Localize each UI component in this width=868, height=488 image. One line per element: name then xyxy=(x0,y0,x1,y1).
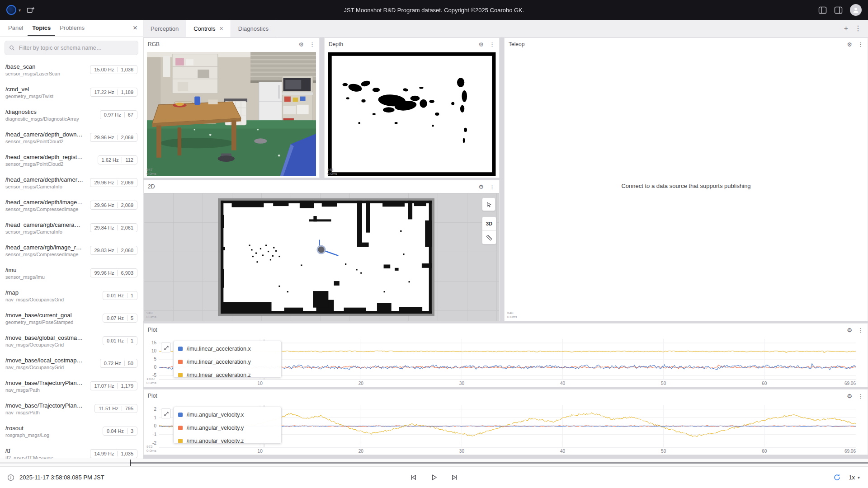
topic-row[interactable]: /rosout rosgraph_msgs/Log 0.04 Hz 3 xyxy=(0,420,143,442)
add-panel-button[interactable] xyxy=(26,6,35,14)
app-logo-menu-button[interactable]: ▾ xyxy=(6,5,21,15)
tabbar-menu-button[interactable]: ⋮ xyxy=(854,25,862,32)
topic-row[interactable]: /head_camera/depth_registered... sensor_… xyxy=(0,149,143,171)
map-select-tool-button[interactable] xyxy=(482,197,495,211)
topic-message-count: 2,069 xyxy=(121,180,133,185)
topic-message-count: 2,069 xyxy=(121,202,133,208)
panel-menu-button[interactable]: ⋮ xyxy=(858,393,863,399)
topic-filter-input[interactable] xyxy=(18,44,134,52)
series-color-swatch xyxy=(178,360,183,364)
panel-settings-button[interactable]: ⚙ xyxy=(847,42,852,47)
play-button[interactable] xyxy=(429,473,439,482)
topic-schema: sensor_msgs/CameraInfo xyxy=(5,184,83,189)
topic-row[interactable]: /move_base/global_costmap/cost... nav_ms… xyxy=(0,329,143,352)
topic-hz: 0.04 Hz xyxy=(107,428,124,434)
topic-schema: nav_msgs/OccupancyGrid xyxy=(5,342,83,347)
tab-diagnostics[interactable]: Diagnostics xyxy=(231,20,276,37)
topic-row[interactable]: /cmd_vel geometry_msgs/Twist 17.22 Hz 1,… xyxy=(0,81,143,103)
topic-name: /move_base/global_costmap/cost... xyxy=(5,334,83,341)
panel-menu-button[interactable]: ⋮ xyxy=(489,42,495,47)
seek-backward-button[interactable] xyxy=(409,473,419,482)
topic-row[interactable]: /move_base/current_goal geometry_msgs/Po… xyxy=(0,307,143,329)
panel-settings-button[interactable]: ⚙ xyxy=(847,327,852,333)
map-measure-tool-button[interactable] xyxy=(482,230,496,244)
legend-item[interactable]: /imu.angular_velocity.z xyxy=(174,434,281,444)
svg-text:50: 50 xyxy=(661,381,666,386)
series-label: /imu.angular_velocity.z xyxy=(187,438,244,444)
tab-perception[interactable]: Perception xyxy=(143,20,186,37)
legend-item[interactable]: /imu.angular_velocity.y xyxy=(174,421,281,434)
add-tab-button[interactable]: + xyxy=(844,25,848,32)
legend-item[interactable]: /imu.linear_acceleration.x xyxy=(174,342,281,355)
series-color-swatch xyxy=(178,439,183,443)
topic-hz: 0.01 Hz xyxy=(107,293,124,298)
sidebar-tab-panel[interactable]: Panel xyxy=(4,20,28,36)
panel-settings-button[interactable]: ⚙ xyxy=(298,42,304,47)
occupancy-grid-map[interactable] xyxy=(218,198,434,316)
sidebar-close-button[interactable]: × xyxy=(131,20,139,36)
topic-row[interactable]: /diagnostics diagnostic_msgs/DiagnosticA… xyxy=(0,103,143,126)
info-icon[interactable] xyxy=(7,474,14,481)
sidebar-tab-topics[interactable]: Topics xyxy=(28,20,55,36)
topic-row[interactable]: /head_camera/depth/image_r... sensor_msg… xyxy=(0,194,143,216)
panel-workspace: RGB ⚙ ⋮ xyxy=(143,38,868,459)
collapse-arrows-icon xyxy=(163,345,169,350)
topic-row[interactable]: /map nav_msgs/OccupancyGrid 0.01 Hz 1 xyxy=(0,284,143,307)
legend-collapse-button[interactable] xyxy=(161,408,171,418)
legend-collapse-button[interactable] xyxy=(161,343,171,352)
panel-settings-button[interactable]: ⚙ xyxy=(478,42,484,47)
topic-stats-badge: 17.22 Hz 1,189 xyxy=(90,88,137,97)
playback-speed-button[interactable]: 1x ▾ xyxy=(848,473,861,482)
avatar xyxy=(850,4,862,16)
layout-tabbar: Perception Controls × Diagnostics + ⋮ xyxy=(143,20,868,38)
panel-settings-button[interactable]: ⚙ xyxy=(847,393,852,399)
seek-forward-button[interactable] xyxy=(450,473,459,482)
account-button[interactable] xyxy=(850,4,862,16)
tab-controls[interactable]: Controls × xyxy=(186,20,231,37)
scrubber-playhead[interactable] xyxy=(130,460,131,466)
topic-row[interactable]: /move_base/local_costmap/cost... nav_msg… xyxy=(0,352,143,375)
panel-menu-button[interactable]: ⋮ xyxy=(309,42,315,47)
toggle-right-sidebar-button[interactable] xyxy=(834,6,843,14)
svg-text:10: 10 xyxy=(258,381,263,386)
topic-row[interactable]: /base_scan sensor_msgs/LaserScan 15.00 H… xyxy=(0,58,143,81)
svg-text:5: 5 xyxy=(154,357,156,362)
legend-item[interactable]: /imu.linear_acceleration.y xyxy=(174,355,281,368)
topic-hz: 29.96 Hz xyxy=(94,180,114,185)
panel-settings-button[interactable]: ⚙ xyxy=(478,184,484,190)
svg-text:10: 10 xyxy=(151,349,157,354)
panel-menu-button[interactable]: ⋮ xyxy=(858,327,863,333)
topic-row[interactable]: /head_camera/rgb/camera_info sensor_msgs… xyxy=(0,216,143,239)
panel-menu-button[interactable]: ⋮ xyxy=(489,184,495,190)
topic-row[interactable]: /move_base/TrajectoryPlann... nav_msgs/P… xyxy=(0,375,143,397)
close-tab-icon[interactable]: × xyxy=(220,25,223,32)
panel-menu-button[interactable]: ⋮ xyxy=(858,42,863,47)
topic-stats-badge: 15.00 Hz 1,036 xyxy=(90,65,137,74)
topic-row[interactable]: /head_camera/depth/camera... sensor_msgs… xyxy=(0,171,143,194)
topic-name: /rosout xyxy=(5,425,49,432)
loop-playback-button[interactable] xyxy=(832,473,842,482)
svg-text:-5: -5 xyxy=(152,373,156,378)
topic-row[interactable]: /head_camera/depth_downsa... sensor_msgs… xyxy=(0,126,143,149)
topic-schema: sensor_msgs/CameraInfo xyxy=(5,229,83,235)
topic-row[interactable]: /tf tf2_msgs/TFMessage 14.99 Hz 1,035 xyxy=(0,442,143,459)
toggle-left-sidebar-button[interactable] xyxy=(818,6,827,14)
series-color-swatch xyxy=(178,426,183,430)
legend-item[interactable]: /imu.linear_acceleration.z xyxy=(174,368,281,378)
svg-text:69.06: 69.06 xyxy=(844,449,856,454)
playback-scrubber[interactable] xyxy=(0,459,868,466)
svg-text:40: 40 xyxy=(560,449,566,454)
topic-row[interactable]: /head_camera/rgb/image_ra... sensor_msgs… xyxy=(0,239,143,262)
panel-depth: Depth ⚙ ⋮ 9480.0ms xyxy=(324,38,500,178)
topic-hz: 29.83 Hz xyxy=(94,248,114,253)
topic-message-count: 1 xyxy=(131,293,133,298)
topic-row[interactable]: /imu sensor_msgs/Imu 99.96 Hz 6,903 xyxy=(0,262,143,284)
content-area: Panel Topics Problems × /base_scan senso… xyxy=(0,20,868,459)
legend-item[interactable]: /imu.angular_velocity.x xyxy=(174,408,281,421)
panel-right-icon xyxy=(834,6,843,14)
topic-schema: sensor_msgs/LaserScan xyxy=(5,71,60,76)
map-3d-toggle-button[interactable]: 3D xyxy=(482,217,496,230)
sidebar-tab-problems[interactable]: Problems xyxy=(55,20,89,36)
topic-name: /move_base/current_goal xyxy=(5,312,73,319)
topic-row[interactable]: /move_base/TrajectoryPlanner... nav_msgs… xyxy=(0,397,143,420)
